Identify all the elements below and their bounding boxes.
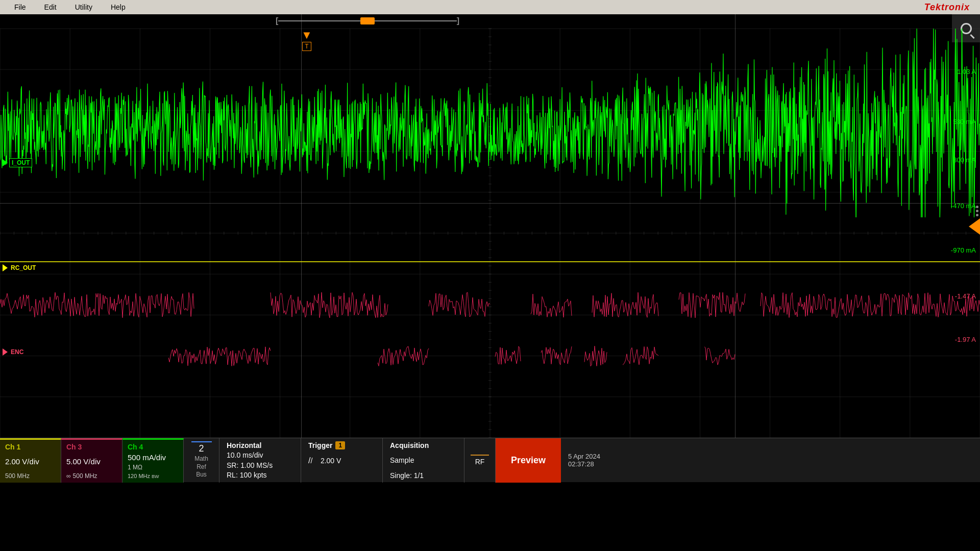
horiz-title: Horizontal	[227, 441, 293, 449]
trig-channel-badge: 1	[335, 441, 345, 449]
ch4-bw-subscript: BW	[152, 474, 159, 479]
ch3-signal-name: ENC	[11, 348, 23, 356]
preview-button[interactable]: Preview	[496, 438, 561, 483]
scroll-track	[278, 20, 368, 21]
mathrefbus-info[interactable]: 2 MathRefBus	[184, 438, 219, 483]
trig-voltage: 2.00 V	[321, 457, 341, 465]
horiz-sr: SR: 1.00 MS/s	[227, 461, 293, 469]
rf-line	[471, 455, 489, 456]
waveform-c4-svg	[0, 29, 980, 217]
scope-display: [ ] ▼ T I_OUT RC_OUT ENC 1.03 A 530 mA 3…	[0, 14, 980, 438]
ch1-vdiv: 2.00 V/div	[5, 457, 56, 466]
scroll-track-right	[368, 20, 457, 21]
statusbar: Ch 1 2.00 V/div 500 MHz Ch 3 5.00 V/div …	[0, 438, 980, 482]
scroll-bracket-right: ]	[457, 16, 459, 26]
acq-single: Single: 1/1	[390, 471, 457, 480]
date-label: 5 Apr 2024	[568, 453, 620, 460]
ch4-arrow	[3, 159, 8, 166]
ch3-vdiv: 5.00 V/div	[66, 457, 117, 466]
trig-slope-icon: /	[308, 456, 316, 463]
menubar: File Edit Utility Help Tektronix	[0, 0, 980, 14]
rf-label: RF	[475, 458, 485, 466]
trig-title: Trigger	[308, 441, 332, 449]
mathrefbus-num: 2	[199, 443, 204, 454]
scroll-right-arrow[interactable]	[969, 218, 980, 235]
rf-info[interactable]: RF	[464, 438, 496, 483]
trig-cursor-pos	[308, 471, 375, 480]
ch3-info[interactable]: Ch 3 5.00 V/div ∞ 500 MHz	[61, 438, 122, 483]
scroll-thumb[interactable]	[360, 17, 375, 24]
ch1-info[interactable]: Ch 1 2.00 V/div 500 MHz	[0, 438, 61, 483]
trigger-info[interactable]: Trigger 1 / 2.00 V	[301, 438, 383, 483]
ch4-signal-name: I_OUT	[9, 158, 32, 167]
ch3-bw: 500 MHz	[73, 472, 97, 480]
brand-logo: Tektronix	[924, 2, 970, 13]
channel4-label[interactable]: I_OUT	[3, 158, 32, 167]
waveform-c1-svg	[0, 254, 980, 269]
mathrefbus-line	[191, 441, 212, 442]
acq-mode: Sample	[390, 456, 457, 464]
acquisition-info[interactable]: Acquisition Sample Single: 1/1	[383, 438, 464, 483]
horiz-rl: RL: 100 kpts	[227, 471, 293, 479]
ch4-title: Ch 4	[128, 443, 178, 451]
ch4-vdiv: 500 mA/div	[128, 453, 178, 462]
ch1-bw: 500 MHz	[5, 472, 56, 480]
menu-file[interactable]: File	[5, 2, 35, 12]
channel1-label[interactable]: RC_OUT	[3, 264, 36, 271]
channel3-label[interactable]: ENC	[3, 348, 23, 356]
waveform-c3-svg	[0, 336, 980, 377]
trig-title-row: Trigger 1	[308, 441, 375, 449]
ch1-signal-name: RC_OUT	[11, 264, 36, 271]
time-label: 02:37:28	[568, 460, 620, 468]
waveform-c2-svg	[0, 285, 980, 325]
ch4-bw: 120 MHz BW	[128, 473, 178, 479]
menu-edit[interactable]: Edit	[35, 2, 66, 12]
meas-5: -970 mA	[951, 246, 976, 254]
menu-utility[interactable]: Utility	[66, 2, 102, 12]
ch3-title: Ch 3	[66, 443, 117, 451]
datetime-display: 5 Apr 2024 02:37:28	[561, 438, 627, 483]
horizontal-info[interactable]: Horizontal 10.0 ms/div SR: 1.00 MS/s RL:…	[219, 438, 301, 483]
ch3-arrow	[3, 348, 8, 356]
acq-title: Acquisition	[390, 441, 457, 449]
ch3-bw-icon: ∞	[66, 472, 71, 480]
ch4-info[interactable]: Ch 4 500 mA/div 1 MΩ 120 MHz BW	[122, 438, 184, 483]
ch4-impedance: 1 MΩ	[128, 464, 178, 471]
ch1-arrow	[3, 264, 8, 271]
menu-help[interactable]: Help	[102, 2, 135, 12]
horiz-msdiv: 10.0 ms/div	[227, 451, 293, 459]
ch1-title: Ch 1	[5, 443, 56, 451]
ch3-bw-row: ∞ 500 MHz	[66, 472, 117, 480]
mathrefbus-label: MathRefBus	[194, 455, 208, 479]
trig-slope-row: / 2.00 V	[308, 456, 375, 465]
